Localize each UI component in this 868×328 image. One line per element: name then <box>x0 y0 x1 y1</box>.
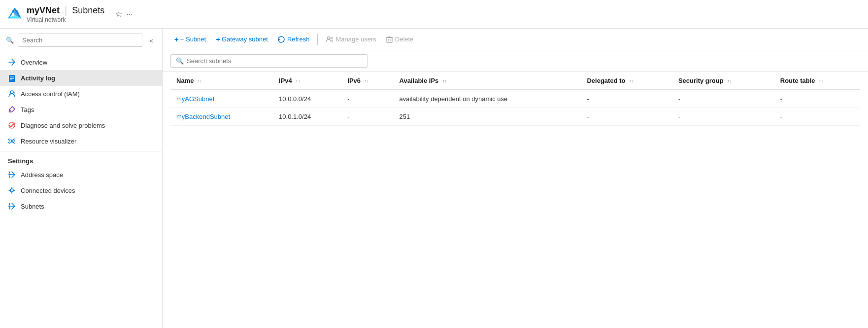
svg-point-21 <box>328 37 330 39</box>
security-sort-icon[interactable]: ↑↓ <box>727 79 732 83</box>
col-delegated-to[interactable]: Delegated to ↑↓ <box>581 72 672 90</box>
toolbar: + + Subnet + Gateway subnet Refresh <box>163 29 868 50</box>
subnet-delegated-cell: - <box>581 108 672 126</box>
more-options-button[interactable]: ··· <box>126 10 133 19</box>
add-subnet-label: + Subnet <box>180 36 206 43</box>
sidebar-item-diagnose-label: Diagnose and solve problems <box>21 122 105 129</box>
manage-users-icon <box>326 36 333 43</box>
favorite-button[interactable]: ☆ <box>115 9 122 19</box>
subnets-table-area: Name ↑↓ IPv4 ↑↓ IPv6 ↑↓ Available IPs <box>163 72 868 328</box>
sidebar-item-connected-devices-label: Connected devices <box>21 187 75 194</box>
sidebar-item-connected-devices[interactable]: Connected devices <box>0 182 162 198</box>
col-available-ips[interactable]: Available IPs ↑↓ <box>394 72 581 90</box>
col-route-table[interactable]: Route table ↑↓ <box>774 72 860 90</box>
svg-line-18 <box>10 142 12 143</box>
settings-section-header: Settings <box>0 151 162 167</box>
svg-point-13 <box>14 139 15 141</box>
table-header-row: Name ↑↓ IPv4 ↑↓ IPv6 ↑↓ Available IPs <box>170 72 860 90</box>
svg-point-7 <box>10 91 13 94</box>
svg-line-17 <box>12 140 14 141</box>
col-ipv4[interactable]: IPv4 ↑↓ <box>273 72 341 90</box>
subnet-available-ips-cell: 251 <box>394 108 581 126</box>
sidebar-item-overview[interactable]: Overview <box>0 54 162 70</box>
subnet-name-cell[interactable]: myBackendSubnet <box>170 108 273 126</box>
delete-label: Delete <box>395 36 414 43</box>
diagnose-icon <box>8 121 16 129</box>
search-subnets-inner: 🔍 <box>170 54 367 68</box>
sidebar-item-address-space-label: Address space <box>21 171 63 179</box>
svg-point-20 <box>10 189 13 192</box>
delete-icon <box>386 36 393 43</box>
sidebar-item-tags[interactable]: Tags <box>0 102 162 117</box>
sidebar-item-resource-visualizer-label: Resource visualizer <box>21 138 76 145</box>
manage-users-button[interactable]: Manage users <box>322 33 380 46</box>
table-row: myAGSubnet 10.0.0.0/24 - availability de… <box>170 90 860 108</box>
azure-logo-icon <box>8 7 22 21</box>
sidebar-search-input[interactable] <box>18 34 142 47</box>
address-space-icon <box>8 171 16 179</box>
sidebar-item-address-space[interactable]: Address space <box>0 167 162 182</box>
col-name[interactable]: Name ↑↓ <box>170 72 273 90</box>
sidebar-item-resource-visualizer[interactable]: Resource visualizer <box>0 133 162 149</box>
section-name: Subnets <box>72 5 104 16</box>
sidebar-item-activity-log[interactable]: Activity log <box>0 70 162 86</box>
available-ips-sort-icon[interactable]: ↑↓ <box>442 79 447 83</box>
ipv6-sort-icon[interactable]: ↑↓ <box>365 79 369 83</box>
svg-point-12 <box>9 139 10 141</box>
sidebar-item-activity-log-label: Activity log <box>21 74 55 82</box>
subnet-security-cell: - <box>672 90 774 108</box>
manage-users-label: Manage users <box>335 36 376 43</box>
sidebar-item-tags-label: Tags <box>21 106 34 113</box>
sidebar-item-access-control[interactable]: Access control (IAM) <box>0 86 162 102</box>
subnet-ipv4-cell: 10.0.0.0/24 <box>273 90 341 108</box>
refresh-icon <box>278 36 285 43</box>
col-ipv6[interactable]: IPv6 ↑↓ <box>341 72 393 90</box>
subnet-route-cell: - <box>774 90 860 108</box>
svg-point-15 <box>14 142 15 144</box>
subnet-available-ips-cell: availability dependent on dynamic use <box>394 90 581 108</box>
col-security-group[interactable]: Security group ↑↓ <box>672 72 774 90</box>
connected-devices-icon <box>8 186 16 194</box>
name-sort-icon[interactable]: ↑↓ <box>198 79 202 83</box>
search-subnets-bar: 🔍 <box>163 50 868 72</box>
sidebar-collapse-button[interactable]: « <box>146 36 156 45</box>
sidebar-item-access-control-label: Access control (IAM) <box>21 90 80 98</box>
route-sort-icon[interactable]: ↑↓ <box>819 79 823 83</box>
sidebar-item-subnets-label: Subnets <box>21 203 44 210</box>
add-gateway-icon: + <box>216 35 220 43</box>
svg-rect-23 <box>387 37 392 42</box>
add-gateway-label: Gateway subnet <box>222 36 268 43</box>
sidebar-item-diagnose[interactable]: Diagnose and solve problems <box>0 117 162 133</box>
refresh-button[interactable]: Refresh <box>274 33 314 46</box>
search-icon: 🔍 <box>6 36 14 44</box>
subnets-table: Name ↑↓ IPv4 ↑↓ IPv6 ↑↓ Available IPs <box>170 72 860 126</box>
sidebar: 🔍 « Overview <box>0 29 163 328</box>
ipv4-sort-icon[interactable]: ↑↓ <box>296 79 300 83</box>
table-body: myAGSubnet 10.0.0.0/24 - availability de… <box>170 90 860 126</box>
add-gateway-subnet-button[interactable]: + Gateway subnet <box>212 33 272 46</box>
delete-button[interactable]: Delete <box>382 33 418 46</box>
svg-point-22 <box>331 37 333 39</box>
add-subnet-button[interactable]: + + Subnet <box>170 33 210 46</box>
svg-point-14 <box>9 142 10 144</box>
main-layout: 🔍 « Overview <box>0 29 868 328</box>
sidebar-item-subnets[interactable]: Subnets <box>0 198 162 214</box>
resource-name: myVNet <box>27 5 60 16</box>
title-divider: | <box>65 5 67 16</box>
header-actions: ☆ ··· <box>115 9 133 19</box>
sidebar-nav: Overview Activity log <box>0 52 162 216</box>
svg-line-16 <box>10 140 12 141</box>
svg-line-19 <box>12 142 14 143</box>
activity-log-icon <box>8 74 16 82</box>
subnet-name-cell[interactable]: myAGSubnet <box>170 90 273 108</box>
delegated-sort-icon[interactable]: ↑↓ <box>629 79 634 83</box>
subnet-ipv6-cell: - <box>341 108 393 126</box>
tags-icon <box>8 106 16 113</box>
resource-visualizer-icon <box>8 137 16 145</box>
svg-point-8 <box>13 92 15 94</box>
search-subnets-icon: 🔍 <box>176 57 184 65</box>
search-subnets-input[interactable] <box>187 57 362 65</box>
svg-point-9 <box>10 110 11 111</box>
subnet-ipv4-cell: 10.0.1.0/24 <box>273 108 341 126</box>
subnet-delegated-cell: - <box>581 90 672 108</box>
